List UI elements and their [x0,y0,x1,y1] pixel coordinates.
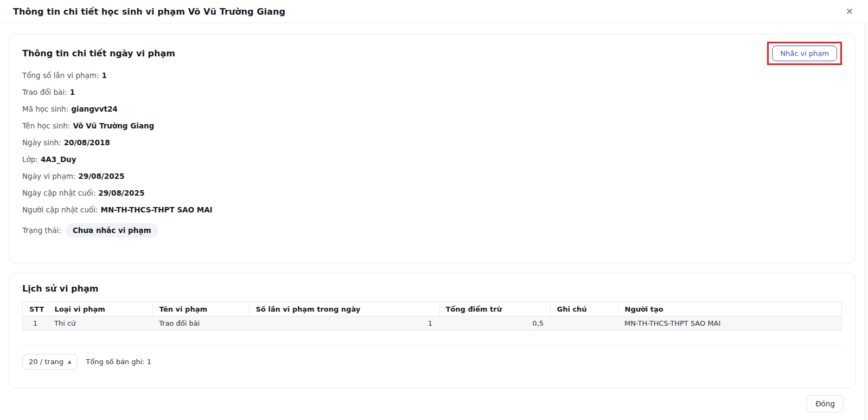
column-header-count-per-day: Số lần vi phạm trong ngày [249,302,439,316]
column-header-created-by: Người tạo [618,302,841,316]
field-value: giangvvt24 [71,105,118,113]
detail-fields: Tổng số lần vi phạm:1 Trao đổi bài:1 Mã … [22,70,842,237]
cell-violation-name: Trao đổi bài [152,316,249,331]
cell-count-per-day: 1 [249,316,439,331]
field-label: Ngày vi phạm: [22,172,75,180]
field-value: Võ Vũ Trường Giang [73,121,154,130]
remind-violation-button[interactable]: Nhắc vi phạm [772,46,837,61]
field-total-violations: Tổng số lần vi phạm:1 [22,70,842,80]
column-header-total-points-deducted: Tổng điểm trừ [439,302,550,316]
cell-created-by: MN-TH-THCS-THPT SAO MAI [618,316,841,331]
modal-header: Thông tin chi tiết học sinh vi phạm Võ V… [0,0,868,23]
field-label: Người cập nhật cuối: [22,205,98,214]
column-header-note: Ghi chú [550,302,618,316]
field-value: MN-TH-THCS-THPT SAO MAI [101,205,213,214]
history-card: Lịch sử vi phạm STT Loại vi phạm Tên vi … [9,272,856,389]
modal-title: Thông tin chi tiết học sinh vi phạm Võ V… [13,7,285,17]
detail-card-heading: Thông tin chi tiết ngày vi phạm [22,48,175,59]
close-modal-button[interactable]: Đóng [807,395,844,412]
pagination-divider [22,346,842,346]
field-label: Trạng thái: [22,225,61,235]
cell-note [550,316,618,331]
modal-footer: Đóng [9,389,856,412]
field-label: Mã học sinh: [22,105,68,113]
field-value: 4A3_Duy [41,155,76,164]
table-row[interactable]: 1 Thi cử Trao đổi bài 1 0,5 MN-TH-THCS-T… [23,316,841,331]
field-value: 29/08/2025 [98,189,144,197]
scrollbar[interactable] [864,24,868,420]
field-birth-date: Ngày sinh:20/08/2018 [22,138,842,147]
page-size-select[interactable]: 20 / trang ▲ [22,354,78,370]
detail-card: Thông tin chi tiết ngày vi phạm Nhắc vi … [9,34,856,263]
table-header-row: STT Loại vi phạm Tên vi phạm Số lần vi p… [23,302,841,316]
cell-violation-type: Thi cử [48,316,152,331]
field-label: Tổng số lần vi phạm: [22,71,99,80]
violation-history-table: STT Loại vi phạm Tên vi phạm Số lần vi p… [22,302,842,331]
field-label: Ngày cập nhật cuối: [22,189,95,197]
field-last-updated-by: Người cập nhật cuối:MN-TH-THCS-THPT SAO … [22,205,842,215]
column-header-violation-type: Loại vi phạm [48,302,152,316]
field-value: 29/08/2025 [78,172,124,180]
status-badge: Chưa nhắc vi phạm [66,223,158,237]
field-trade-answers: Trao đổi bài:1 [22,87,842,97]
field-violation-date: Ngày vi phạm:29/08/2025 [22,171,842,181]
close-icon[interactable]: ✕ [846,7,853,16]
pagination: 20 / trang ▲ Tổng số bản ghi: 1 [22,354,842,370]
field-last-updated-date: Ngày cập nhật cuối:29/08/2025 [22,188,842,198]
history-card-heading: Lịch sử vi phạm [22,283,842,294]
field-label: Lớp: [22,155,38,164]
field-status: Trạng thái: Chưa nhắc vi phạm [22,223,842,237]
chevron-up-icon: ▲ [68,360,71,364]
column-header-violation-name: Tên vi phạm [152,302,249,316]
column-header-stt: STT [23,302,48,316]
cell-stt: 1 [23,316,48,331]
field-student-name: Tên học sinh:Võ Vũ Trường Giang [22,121,842,131]
field-label: Tên học sinh: [22,121,70,130]
field-student-code: Mã học sinh:giangvvt24 [22,104,842,114]
field-value: 1 [102,71,107,80]
annotation-highlight-box: Nhắc vi phạm [767,42,842,65]
total-records-label: Tổng số bản ghi: 1 [86,358,151,366]
field-label: Trao đổi bài: [22,88,67,96]
field-value: 1 [70,88,75,96]
field-value: 20/08/2018 [64,138,110,147]
cell-total-points-deducted: 0,5 [439,316,550,331]
page-size-label: 20 / trang [29,358,63,366]
detail-card-header: Thông tin chi tiết ngày vi phạm Nhắc vi … [22,45,842,62]
modal-body: Thông tin chi tiết ngày vi phạm Nhắc vi … [0,23,868,412]
field-class: Lớp:4A3_Duy [22,154,842,164]
field-label: Ngày sinh: [22,138,61,147]
